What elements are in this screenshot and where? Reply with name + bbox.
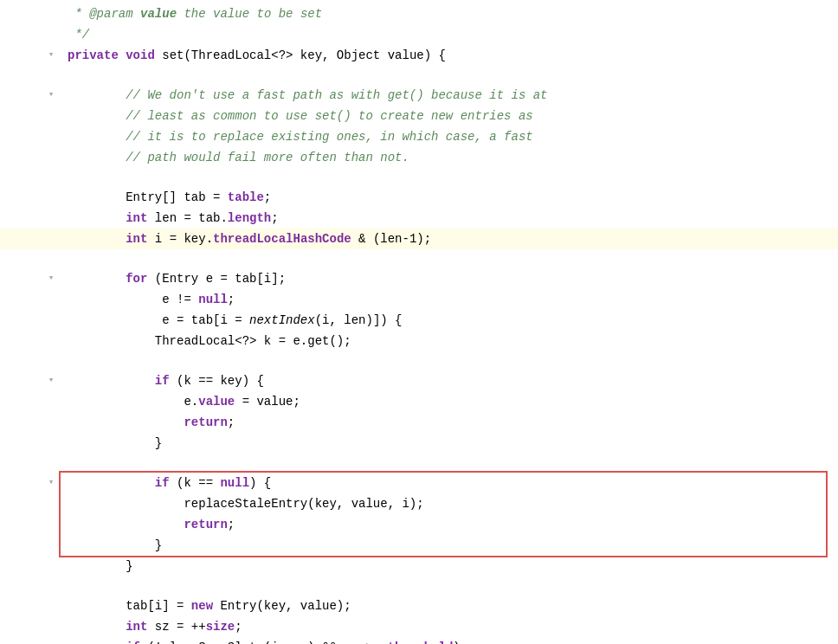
- token: value: [198, 395, 235, 409]
- code-line: ▾ if (k == key) {: [0, 370, 838, 391]
- token: ) {: [249, 476, 271, 490]
- code-text: int i = key.threadLocalHashCode & (len-1…: [59, 229, 838, 249]
- token: ;: [228, 518, 235, 531]
- token: return: [184, 518, 227, 531]
- token: // path would fail more often than not.: [68, 151, 409, 164]
- code-line: return;: [0, 412, 838, 433]
- code-line: // least as common to use set() to creat…: [0, 106, 838, 126]
- code-text: return;: [59, 514, 838, 535]
- code-text: [59, 249, 838, 251]
- fold-icon[interactable]: ▾: [43, 268, 59, 287]
- token: (k ==: [170, 476, 221, 490]
- token: [68, 232, 126, 246]
- token: i = key.: [147, 232, 213, 246]
- fold-icon[interactable]: ▾: [43, 45, 59, 64]
- fold-icon[interactable]: ▾: [43, 637, 59, 644]
- token: size: [206, 620, 235, 634]
- token: (!cleanSomeSlots(i, sz) && sz >=: [140, 641, 388, 644]
- code-line: // it is to replace existing ones, in wh…: [0, 126, 838, 147]
- token: ;: [235, 620, 242, 634]
- token: threadLocalHashCode: [213, 232, 351, 246]
- token: e.: [68, 395, 198, 409]
- code-line: tab[i] = new Entry(key, value);: [0, 596, 838, 616]
- token: ;: [228, 293, 235, 306]
- code-line: e.value = value;: [0, 391, 838, 412]
- token: ;: [228, 415, 235, 429]
- code-text: }: [59, 535, 838, 556]
- code-line: int i = key.threadLocalHashCode & (len-1…: [0, 229, 838, 249]
- fold-icon[interactable]: ▾: [43, 85, 59, 104]
- code-line: [0, 576, 838, 596]
- token: (i, len)]) {: [315, 313, 403, 327]
- code-text: * @param value the value to be set: [59, 3, 838, 24]
- code-line: [0, 249, 838, 268]
- code-line: ▾ // We don't use a fast path as with ge…: [0, 85, 838, 106]
- code-text: for (Entry e = tab[i];: [59, 268, 838, 289]
- code-line: ▾ if (k == null) {: [0, 473, 838, 493]
- code-line: ▾private void set(ThreadLocal<?> key, Ob…: [0, 45, 838, 66]
- code-line: }: [0, 433, 838, 454]
- token: threshold: [388, 641, 454, 644]
- code-text: // path would fail more often than not.: [59, 147, 838, 168]
- code-text: e = tab[i = nextIndex(i, len)]) {: [59, 310, 838, 331]
- code-line: }: [0, 535, 838, 556]
- code-line: ▾ if (!cleanSomeSlots(i, sz) && sz >= th…: [0, 637, 838, 644]
- token: ): [453, 641, 460, 644]
- token: [68, 518, 184, 531]
- token: [68, 476, 155, 490]
- token: Entry[] tab =: [68, 190, 228, 204]
- token: [68, 211, 126, 225]
- token: value: [140, 7, 177, 21]
- token: replaceStaleEntry(key, value, i);: [68, 497, 424, 511]
- code-line: return;: [0, 514, 838, 535]
- code-line: [0, 66, 838, 85]
- token: (k == key) {: [170, 374, 264, 388]
- code-text: [59, 351, 838, 353]
- token: int: [126, 620, 147, 634]
- code-text: e != null;: [59, 289, 838, 310]
- token: & (len-1);: [351, 232, 431, 246]
- code-line: ▾ for (Entry e = tab[i];: [0, 268, 838, 289]
- code-text: if (k == null) {: [59, 473, 838, 493]
- fold-icon[interactable]: ▾: [43, 473, 59, 492]
- code-viewer: * @param value the value to be set */▾pr…: [0, 0, 838, 644]
- token: ThreadLocal<?> k = e.get();: [68, 334, 351, 348]
- code-line: replaceStaleEntry(key, value, i);: [0, 493, 838, 514]
- token: set(ThreadLocal<?> key, Object value) {: [155, 48, 446, 62]
- code-line: [0, 454, 838, 473]
- token: len = tab.: [147, 211, 227, 225]
- token: [68, 415, 184, 429]
- code-text: replaceStaleEntry(key, value, i);: [59, 493, 838, 514]
- code-text: [59, 168, 838, 170]
- token: ;: [264, 190, 271, 204]
- token: length: [228, 211, 271, 225]
- token: int: [126, 211, 147, 225]
- code-line: [0, 351, 838, 370]
- token: */: [68, 28, 89, 42]
- code-text: if (!cleanSomeSlots(i, sz) && sz >= thre…: [59, 637, 838, 644]
- token: the value to be set: [177, 7, 322, 21]
- code-text: return;: [59, 412, 838, 433]
- token: [133, 7, 140, 21]
- code-text: tab[i] = new Entry(key, value);: [59, 596, 838, 616]
- code-text: }: [59, 556, 838, 576]
- code-text: if (k == key) {: [59, 370, 838, 391]
- code-text: ThreadLocal<?> k = e.get();: [59, 331, 838, 351]
- code-text: int sz = ++size;: [59, 616, 838, 637]
- token: sz = ++: [147, 620, 205, 634]
- token: e !=: [68, 293, 198, 306]
- token: = value;: [235, 395, 300, 409]
- token: // We don't use a fast path as with get(…: [68, 88, 548, 102]
- token: return: [184, 415, 227, 429]
- code-line: e = tab[i = nextIndex(i, len)]) {: [0, 310, 838, 331]
- code-line: Entry[] tab = table;: [0, 187, 838, 208]
- token: for: [126, 272, 147, 286]
- code-text: [59, 66, 838, 68]
- token: new: [191, 599, 213, 613]
- token: e = tab[i =: [68, 313, 249, 327]
- code-line: // path would fail more often than not.: [0, 147, 838, 168]
- token: null: [198, 293, 228, 306]
- code-line: }: [0, 556, 838, 576]
- code-text: int len = tab.length;: [59, 208, 838, 229]
- fold-icon[interactable]: ▾: [43, 370, 59, 390]
